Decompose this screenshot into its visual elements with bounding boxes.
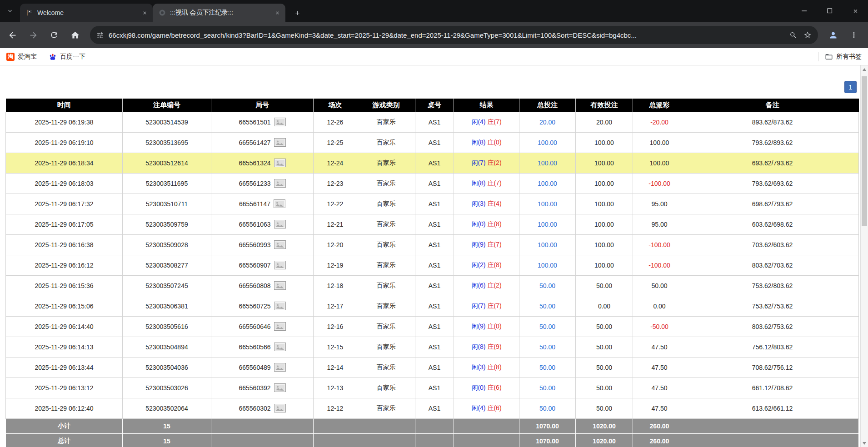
cell-table-no: AS1 [415, 357, 454, 377]
bet-record-page: 1 时间注单编号局号场次游戏类别桌号结果总投注有效投注总派彩备注 2025-11… [0, 65, 860, 447]
tab-betrecord[interactable]: :::视讯 会员下注纪录::: [153, 4, 285, 22]
payout-value: -100.00 [649, 180, 670, 187]
round-image-icon[interactable] [274, 159, 286, 167]
round-image-icon[interactable] [274, 261, 286, 269]
round-image-icon[interactable] [274, 138, 286, 147]
cell-payout: -100.00 [633, 255, 686, 275]
footer-valid-bet: 1020.00 [576, 418, 633, 433]
scrollbar-thumb[interactable] [862, 76, 867, 226]
cell-total-bet: 20.00 [519, 112, 576, 132]
cell-time: 2025-11-29 06:17:05 [6, 214, 123, 234]
total-bet-link[interactable]: 50.00 [539, 384, 555, 392]
cell-remark: 893.62/873.62 [686, 112, 859, 132]
cell-time: 2025-11-29 06:15:36 [6, 275, 123, 296]
cell-bet-id: 523003506381 [123, 296, 211, 316]
cell-session: 12-12 [314, 398, 357, 418]
round-image-icon[interactable] [274, 118, 286, 126]
bookmark-star-icon[interactable] [803, 31, 812, 39]
result-banker: 庄(6) [487, 404, 501, 412]
cell-round: 665560302 [211, 398, 314, 418]
cell-session: 12-23 [314, 173, 357, 194]
round-image-icon[interactable] [274, 220, 286, 228]
bookmark-baidu[interactable]: 百度一下 [49, 53, 85, 61]
total-bet-link[interactable]: 100.00 [538, 159, 557, 167]
round-image-icon[interactable] [274, 404, 286, 412]
cell-bet-id: 523003508277 [123, 255, 211, 275]
total-bet-link[interactable]: 50.00 [539, 303, 555, 310]
result-banker: 庄(6) [487, 384, 501, 391]
scroll-up-button[interactable] [861, 65, 868, 73]
column-header: 局号 [211, 99, 314, 112]
bookmark-taobao[interactable]: 淘 爱淘宝 [6, 53, 37, 61]
result-player: 闲(7) [471, 302, 485, 309]
total-bet-link[interactable]: 50.00 [539, 323, 555, 330]
tab-close-icon[interactable] [273, 8, 282, 17]
cell-session: 12-24 [314, 153, 357, 173]
round-image-icon[interactable] [274, 179, 286, 188]
chevron-down-icon[interactable] [0, 0, 20, 22]
total-bet-link[interactable]: 100.00 [538, 139, 557, 146]
footer-count: 15 [123, 418, 211, 433]
round-id: 665560566 [239, 343, 270, 351]
total-bet-link[interactable]: 100.00 [538, 221, 557, 228]
payout-value: 50.00 [651, 282, 667, 289]
cell-total-bet: 100.00 [519, 255, 576, 275]
result-player: 闲(3) [471, 363, 485, 371]
pagination-page-1[interactable]: 1 [844, 81, 857, 93]
footer-label: 小计 [6, 418, 123, 433]
address-bar[interactable]: 66cxkj98.com/game/betrecord_search/kind3… [90, 26, 818, 44]
round-image-icon[interactable] [274, 281, 286, 290]
cell-session: 12-21 [314, 214, 357, 234]
round-image-icon[interactable] [274, 343, 286, 351]
table-header-row: 时间注单编号局号场次游戏类别桌号结果总投注有效投注总派彩备注 [6, 99, 859, 112]
minimize-button[interactable] [792, 0, 817, 22]
column-header: 备注 [686, 99, 859, 112]
cell-session: 12-13 [314, 377, 357, 398]
total-bet-link[interactable]: 50.00 [539, 282, 555, 289]
total-bet-link[interactable]: 50.00 [539, 405, 555, 412]
total-bet-link[interactable]: 50.00 [539, 343, 555, 351]
total-bet-link[interactable]: 20.00 [539, 119, 555, 126]
cell-remark: 698.62/793.62 [686, 194, 859, 214]
round-image-icon[interactable] [274, 240, 286, 249]
table-row: 2025-11-29 06:19:10523003513695665561427… [6, 132, 859, 153]
cell-remark: 756.12/803.62 [686, 337, 859, 357]
round-image-icon[interactable] [274, 322, 286, 331]
round-image-icon[interactable] [274, 383, 286, 392]
site-info-icon[interactable] [96, 31, 104, 39]
scroll-down-button[interactable] [861, 439, 868, 447]
vertical-scrollbar[interactable] [860, 65, 868, 447]
cell-payout: 95.00 [633, 194, 686, 214]
total-bet-link[interactable]: 100.00 [538, 262, 557, 269]
column-header: 游戏类别 [357, 99, 415, 112]
cell-remark: 753.62/753.62 [686, 296, 859, 316]
round-image-icon[interactable] [274, 302, 286, 310]
tab-close-icon[interactable] [140, 8, 149, 17]
maximize-button[interactable] [817, 0, 843, 22]
total-bet-link[interactable]: 100.00 [538, 200, 557, 208]
cell-valid-bet: 100.00 [576, 234, 633, 255]
close-button[interactable] [843, 0, 868, 22]
round-image-icon[interactable] [274, 363, 286, 372]
total-bet-link[interactable]: 100.00 [538, 241, 557, 248]
home-icon[interactable] [65, 25, 85, 45]
cell-round: 665561501 [211, 112, 314, 132]
cell-table-no: AS1 [415, 275, 454, 296]
footer-count: 15 [123, 433, 211, 447]
cell-game-type: 百家乐 [357, 316, 415, 337]
all-bookmarks-button[interactable]: 所有书签 [825, 53, 862, 61]
forward-icon[interactable] [24, 25, 43, 45]
cell-table-no: AS1 [415, 214, 454, 234]
profile-icon[interactable] [823, 25, 843, 45]
round-image-icon[interactable] [274, 199, 285, 208]
zoom-icon[interactable] [789, 31, 797, 39]
total-bet-link[interactable]: 100.00 [538, 180, 557, 187]
tab-welcome[interactable]: Welcome [20, 4, 153, 22]
total-bet-link[interactable]: 50.00 [539, 364, 555, 371]
payout-value: -100.00 [649, 262, 670, 269]
back-icon[interactable] [3, 25, 22, 45]
refresh-icon[interactable] [45, 25, 64, 45]
menu-icon[interactable] [844, 25, 863, 45]
new-tab-button[interactable] [288, 4, 306, 22]
result-player: 闲(9) [471, 241, 485, 248]
